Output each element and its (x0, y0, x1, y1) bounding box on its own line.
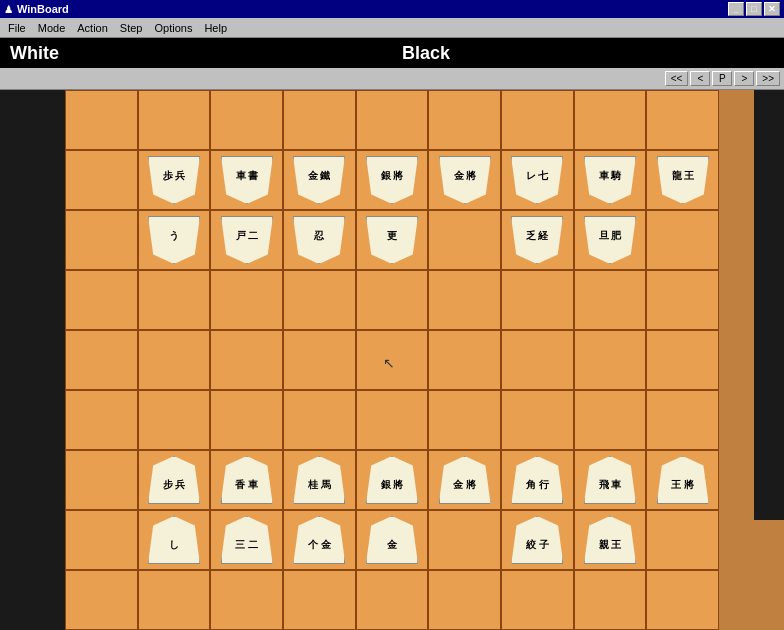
piece[interactable]: 戸 二 (218, 214, 276, 266)
cell-3-5[interactable] (428, 270, 501, 330)
piece[interactable]: 飛 車 (581, 454, 639, 506)
piece[interactable]: 龍 王 (654, 154, 712, 206)
cell-8-3[interactable] (283, 570, 356, 630)
piece[interactable]: 步 兵 (145, 454, 203, 506)
cell-6-6[interactable]: 角 行 (501, 450, 574, 510)
cell-1-6[interactable]: レ 七 (501, 150, 574, 210)
piece[interactable]: 角 行 (508, 454, 566, 506)
cell-7-8[interactable] (646, 510, 719, 570)
piece[interactable]: 金 鐵 (290, 154, 348, 206)
cell-1-2[interactable]: 車 書 (210, 150, 283, 210)
cell-3-8[interactable] (646, 270, 719, 330)
cell-5-7[interactable] (574, 390, 647, 450)
cell-6-8[interactable]: 王 將 (646, 450, 719, 510)
cell-7-6[interactable]: 絞 子 (501, 510, 574, 570)
nav-first[interactable]: << (665, 71, 689, 86)
cell-4-4[interactable] (356, 330, 429, 390)
piece[interactable]: 金 將 (436, 154, 494, 206)
cell-4-5[interactable] (428, 330, 501, 390)
cell-1-5[interactable]: 金 將 (428, 150, 501, 210)
cell-0-7[interactable] (574, 90, 647, 150)
cell-8-2[interactable] (210, 570, 283, 630)
cell-8-0[interactable] (65, 570, 138, 630)
cell-3-2[interactable] (210, 270, 283, 330)
cell-7-3[interactable]: 个 金 (283, 510, 356, 570)
cell-3-7[interactable] (574, 270, 647, 330)
piece[interactable]: 三 二 (218, 514, 276, 566)
cell-2-8[interactable] (646, 210, 719, 270)
cell-0-4[interactable] (356, 90, 429, 150)
cell-0-6[interactable] (501, 90, 574, 150)
cell-5-0[interactable] (65, 390, 138, 450)
cell-3-0[interactable] (65, 270, 138, 330)
cell-6-1[interactable]: 步 兵 (138, 450, 211, 510)
piece[interactable]: 銀 將 (363, 454, 421, 506)
piece[interactable]: レ 七 (508, 154, 566, 206)
nav-pause[interactable]: P (712, 71, 732, 86)
cell-1-7[interactable]: 車 騎 (574, 150, 647, 210)
cell-7-1[interactable]: し (138, 510, 211, 570)
cell-0-2[interactable] (210, 90, 283, 150)
piece[interactable]: 桂 馬 (290, 454, 348, 506)
piece[interactable]: 金 將 (436, 454, 494, 506)
cell-5-1[interactable] (138, 390, 211, 450)
piece[interactable]: 乏 経 (508, 214, 566, 266)
cell-8-5[interactable] (428, 570, 501, 630)
cell-4-1[interactable] (138, 330, 211, 390)
cell-5-8[interactable] (646, 390, 719, 450)
cell-5-6[interactable] (501, 390, 574, 450)
cell-6-2[interactable]: 香 車 (210, 450, 283, 510)
menu-action[interactable]: Action (71, 20, 114, 36)
cell-4-8[interactable] (646, 330, 719, 390)
piece[interactable]: 絞 子 (508, 514, 566, 566)
cell-6-4[interactable]: 銀 將 (356, 450, 429, 510)
cell-2-6[interactable]: 乏 経 (501, 210, 574, 270)
cell-8-4[interactable] (356, 570, 429, 630)
piece[interactable]: 親 王 (581, 514, 639, 566)
cell-2-5[interactable] (428, 210, 501, 270)
piece[interactable]: 忍 (290, 214, 348, 266)
cell-1-0[interactable] (65, 150, 138, 210)
menu-step[interactable]: Step (114, 20, 149, 36)
maximize-button[interactable]: □ (746, 2, 762, 16)
cell-2-2[interactable]: 戸 二 (210, 210, 283, 270)
cell-6-0[interactable] (65, 450, 138, 510)
piece[interactable]: 歩 兵 (145, 154, 203, 206)
cell-8-8[interactable] (646, 570, 719, 630)
cell-8-6[interactable] (501, 570, 574, 630)
cell-4-0[interactable] (65, 330, 138, 390)
menu-help[interactable]: Help (198, 20, 233, 36)
piece[interactable]: 更 (363, 214, 421, 266)
piece[interactable]: 金 (363, 514, 421, 566)
cell-0-3[interactable] (283, 90, 356, 150)
cell-4-7[interactable] (574, 330, 647, 390)
cell-2-0[interactable] (65, 210, 138, 270)
menu-file[interactable]: File (2, 20, 32, 36)
cell-5-2[interactable] (210, 390, 283, 450)
cell-0-0[interactable] (65, 90, 138, 150)
cell-2-3[interactable]: 忍 (283, 210, 356, 270)
cell-6-3[interactable]: 桂 馬 (283, 450, 356, 510)
menu-options[interactable]: Options (148, 20, 198, 36)
piece[interactable]: 銀 將 (363, 154, 421, 206)
cell-1-1[interactable]: 歩 兵 (138, 150, 211, 210)
cell-4-3[interactable] (283, 330, 356, 390)
cell-0-8[interactable] (646, 90, 719, 150)
nav-prev[interactable]: < (690, 71, 710, 86)
cell-7-7[interactable]: 親 王 (574, 510, 647, 570)
menu-mode[interactable]: Mode (32, 20, 72, 36)
cell-3-1[interactable] (138, 270, 211, 330)
nav-last[interactable]: >> (756, 71, 780, 86)
cell-1-4[interactable]: 銀 將 (356, 150, 429, 210)
cell-5-3[interactable] (283, 390, 356, 450)
cell-4-6[interactable] (501, 330, 574, 390)
cell-6-5[interactable]: 金 將 (428, 450, 501, 510)
cell-1-8[interactable]: 龍 王 (646, 150, 719, 210)
cell-7-4[interactable]: 金 (356, 510, 429, 570)
cell-0-1[interactable] (138, 90, 211, 150)
cell-2-4[interactable]: 更 (356, 210, 429, 270)
cell-4-2[interactable] (210, 330, 283, 390)
shogi-board[interactable]: 歩 兵車 書金 鐵銀 將金 將レ 七車 騎龍 王う戸 二忍更乏 経旦 肥步 兵香… (65, 90, 719, 630)
cell-3-4[interactable] (356, 270, 429, 330)
piece[interactable]: 个 金 (290, 514, 348, 566)
